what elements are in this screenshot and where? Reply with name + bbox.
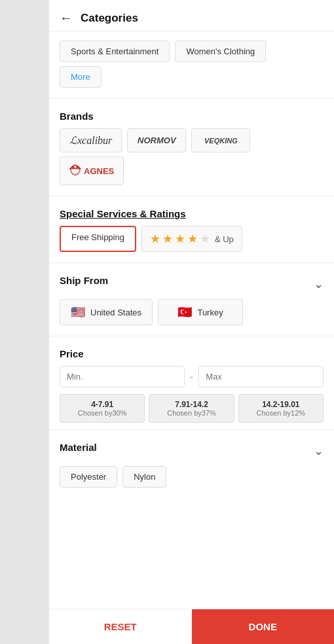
star-2: ★ bbox=[162, 232, 173, 246]
ship-from-title: Ship From bbox=[60, 275, 108, 286]
material-polyester[interactable]: Polyester bbox=[60, 466, 117, 488]
special-services-section: Special Services & Ratings Free Shipping… bbox=[49, 199, 334, 260]
star-4: ★ bbox=[187, 232, 198, 246]
price-range-row: 4-7.91 Chosen by30% 7.91-14.2 Chosen by3… bbox=[60, 394, 324, 423]
range-2-value: 7.91-14.2 bbox=[153, 400, 229, 409]
price-range-3[interactable]: 14.2-19.01 Chosen by12% bbox=[238, 394, 324, 423]
brands-row-1: ℒxcalibur NORMOV VEQKING bbox=[60, 128, 324, 152]
material-chevron: ⌄ bbox=[314, 444, 324, 458]
categories-chip-row: Sports & Entertainment Women's Clothing bbox=[60, 41, 324, 62]
special-services-title: Special Services & Ratings bbox=[60, 208, 324, 219]
price-range-2[interactable]: 7.91-14.2 Chosen by37% bbox=[149, 394, 234, 423]
star-rating: ★ ★ ★ ★ ★ & Up bbox=[150, 232, 234, 246]
material-header: Material ⌄ bbox=[60, 442, 324, 459]
divider-4 bbox=[49, 336, 334, 336]
ship-from-header: Ship From ⌄ bbox=[60, 275, 324, 293]
price-min-input[interactable] bbox=[60, 366, 185, 387]
range-1-value: 4-7.91 bbox=[64, 400, 140, 409]
categories-section: Sports & Entertainment Women's Clothing … bbox=[49, 31, 334, 96]
bottom-buttons: RESET DONE bbox=[49, 609, 334, 644]
category-sports[interactable]: Sports & Entertainment bbox=[60, 41, 170, 62]
ship-us[interactable]: 🇺🇸 United States bbox=[60, 299, 153, 325]
star-rating-chip[interactable]: ★ ★ ★ ★ ★ & Up bbox=[141, 226, 242, 252]
brand-veqking[interactable]: VEQKING bbox=[191, 128, 250, 152]
turkey-flag: 🇹🇷 bbox=[177, 305, 192, 319]
turkey-label: Turkey bbox=[197, 308, 223, 317]
divider-1 bbox=[49, 98, 334, 99]
material-title: Material bbox=[60, 442, 97, 453]
ship-from-row: 🇺🇸 United States 🇹🇷 Turkey bbox=[60, 299, 324, 325]
divider-3 bbox=[49, 262, 334, 263]
scrollable-content: Sports & Entertainment Women's Clothing … bbox=[49, 31, 334, 609]
star-5: ★ bbox=[200, 232, 210, 246]
us-flag: 🇺🇸 bbox=[71, 305, 85, 319]
back-button[interactable]: ← bbox=[60, 10, 73, 26]
range-1-chosen: Chosen by30% bbox=[64, 409, 140, 417]
ship-from-section: Ship From ⌄ 🇺🇸 United States 🇹🇷 Turkey bbox=[49, 266, 334, 333]
veqking-text: VEQKING bbox=[204, 137, 238, 145]
brand-agnes[interactable]: ⛑ AGNES bbox=[60, 156, 124, 185]
range-2-chosen: Chosen by37% bbox=[153, 409, 229, 417]
bottom-spacer bbox=[49, 495, 334, 548]
special-services-row: Free Shipping ★ ★ ★ ★ ★ & Up bbox=[60, 226, 324, 252]
price-section: Price - 4-7.91 Chosen by30% 7.91-14.2 Ch… bbox=[49, 339, 334, 427]
price-max-input[interactable] bbox=[198, 366, 324, 387]
category-womens[interactable]: Women's Clothing bbox=[175, 41, 266, 62]
star-1: ★ bbox=[150, 232, 160, 246]
agnes-logo: ⛑ bbox=[69, 162, 84, 179]
brand-excalibur[interactable]: ℒxcalibur bbox=[60, 128, 122, 152]
price-inputs: - bbox=[60, 366, 324, 387]
done-button[interactable]: DONE bbox=[192, 609, 335, 644]
divider-2 bbox=[49, 196, 334, 196]
range-3-value: 14.2-19.01 bbox=[243, 400, 319, 409]
price-separator: - bbox=[190, 371, 193, 383]
agnes-text: AGNES bbox=[84, 166, 114, 176]
price-title: Price bbox=[60, 348, 324, 359]
ship-from-chevron: ⌄ bbox=[314, 277, 324, 291]
material-nylon[interactable]: Nylon bbox=[122, 466, 166, 488]
category-more[interactable]: More bbox=[60, 66, 102, 88]
brand-normov[interactable]: NORMOV bbox=[127, 128, 186, 152]
categories-more-row: More bbox=[60, 66, 324, 88]
brands-section: Brands ℒxcalibur NORMOV VEQKING ⛑ AGNES bbox=[49, 101, 334, 193]
material-section: Material ⌄ Polyester Nylon bbox=[49, 433, 334, 495]
and-up-label: & Up bbox=[215, 234, 234, 244]
star-3: ★ bbox=[175, 232, 185, 246]
brands-row-2: ⛑ AGNES bbox=[60, 156, 324, 185]
panel-title: Categories bbox=[81, 12, 138, 25]
brands-title: Brands bbox=[60, 111, 324, 122]
material-row: Polyester Nylon bbox=[60, 466, 324, 488]
price-range-1[interactable]: 4-7.91 Chosen by30% bbox=[60, 394, 145, 423]
filter-panel: ← Categories Sports & Entertainment Wome… bbox=[49, 0, 334, 644]
excalibur-logo: ℒxcalibur bbox=[69, 134, 112, 147]
reset-button[interactable]: RESET bbox=[49, 609, 192, 644]
divider-5 bbox=[49, 429, 334, 430]
range-3-chosen: Chosen by12% bbox=[243, 409, 319, 417]
free-shipping-chip[interactable]: Free Shipping bbox=[60, 226, 136, 252]
ship-turkey[interactable]: 🇹🇷 Turkey bbox=[158, 299, 243, 325]
panel-header: ← Categories bbox=[49, 0, 334, 31]
background-overlay bbox=[0, 0, 49, 644]
normov-text: NORMOV bbox=[138, 135, 176, 145]
us-label: United States bbox=[90, 308, 141, 317]
